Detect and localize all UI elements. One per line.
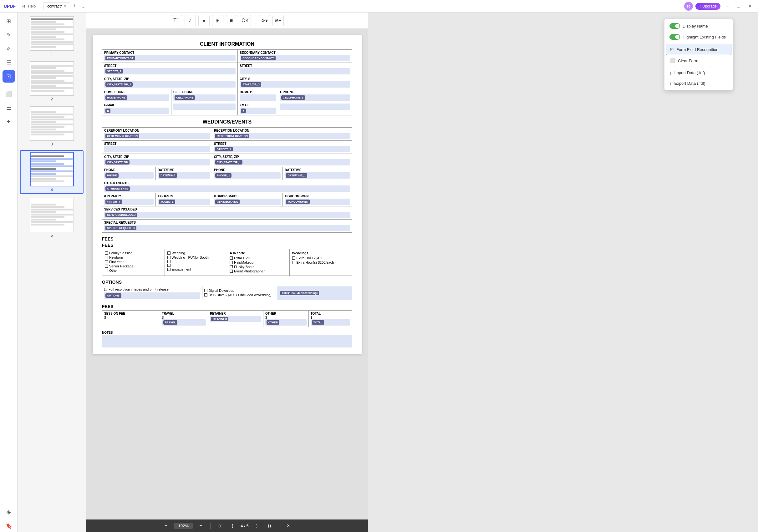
prev-page-button[interactable]: ⟨ bbox=[228, 521, 237, 530]
minimize-button[interactable]: − bbox=[723, 2, 732, 11]
sidebar-form-icon[interactable]: ⊡ bbox=[3, 70, 15, 83]
bridesmaids-field[interactable]: #BRIDESMAIDS bbox=[214, 199, 281, 205]
w-datetime-r-field[interactable]: DATE/TIME_1 bbox=[285, 172, 350, 179]
checkbox-other[interactable] bbox=[105, 269, 108, 272]
total-cell[interactable]: TOTAL $ TOTAL bbox=[308, 311, 352, 327]
checkbox-blank2[interactable] bbox=[167, 264, 170, 267]
zoom-out-button[interactable]: − bbox=[161, 521, 170, 530]
fee-extradvd[interactable]: Extra DVD bbox=[230, 256, 287, 260]
fee-newborn[interactable]: Newborn bbox=[105, 255, 162, 259]
w-street-l-field[interactable] bbox=[104, 146, 210, 152]
menu-help[interactable]: Help bbox=[28, 4, 36, 9]
maximize-button[interactable]: □ bbox=[734, 2, 743, 11]
fee-blank1[interactable] bbox=[167, 260, 224, 263]
checkbox-firstyear[interactable] bbox=[105, 260, 108, 263]
checkbox-extradvd[interactable] bbox=[230, 256, 233, 260]
w-csz-l-field[interactable]: CITY,STATE,ZIP bbox=[104, 159, 210, 165]
email-r-field[interactable]: ■ bbox=[240, 108, 276, 114]
options-price-field[interactable]: $100(1includedw/wedding) bbox=[279, 290, 350, 296]
ceremony-loc-cell[interactable]: CEREMONY LOCATION CEREMONYLOCATION bbox=[102, 128, 212, 141]
active-tab[interactable]: contract* × bbox=[43, 3, 70, 10]
sidebar-edit-icon[interactable]: ✎ bbox=[3, 29, 15, 41]
w-phone-l-field[interactable]: PHONE bbox=[104, 172, 154, 179]
cellphone-field[interactable]: CELLPHONE bbox=[173, 94, 236, 101]
checkbox-eventphoto[interactable] bbox=[230, 270, 233, 273]
tab-dropdown-button[interactable]: ⌄ bbox=[79, 2, 88, 11]
zoom-level-input[interactable] bbox=[174, 523, 193, 529]
primary-contact-cell[interactable]: PRIMARY CONTACT PRIMARYCONTACT bbox=[102, 50, 238, 63]
checkbox-wedding[interactable] bbox=[167, 251, 170, 254]
tab-close-icon[interactable]: × bbox=[64, 4, 66, 9]
zoom-in-button[interactable]: + bbox=[196, 521, 205, 530]
checkbox-funky-booth[interactable] bbox=[167, 256, 170, 259]
homep-field[interactable] bbox=[240, 94, 276, 101]
w-datetime-l-cell[interactable]: DATE/TIME DATE/TIME bbox=[155, 167, 212, 180]
radio-tool[interactable]: ● bbox=[198, 15, 210, 26]
fee-funky-booth[interactable]: Wedding - FUNky Booth bbox=[167, 255, 224, 259]
checkbox-hairma[interactable] bbox=[230, 261, 233, 264]
other-events-field[interactable]: OTHEREVENTS bbox=[104, 185, 350, 192]
w-street-r-cell[interactable]: STREET STREET_1 bbox=[212, 141, 352, 154]
fee-extrahour[interactable]: Extra Hour(s) $200/each bbox=[292, 260, 350, 264]
street2-field[interactable]: STREET_2 bbox=[104, 68, 236, 75]
homephone-cell[interactable]: HOME PHONE HOMEPHONE bbox=[102, 89, 171, 102]
thumbnail-page-1[interactable]: 1 bbox=[20, 15, 84, 57]
cellphone1-cell[interactable]: L PHONE CELLPHONE_1 bbox=[278, 89, 352, 102]
email-r-ext-field[interactable] bbox=[280, 104, 350, 110]
citystatezips-cell[interactable]: CITY, S STATE,ZIP_3 bbox=[238, 76, 352, 89]
thumbnail-page-5[interactable]: 5 bbox=[20, 196, 84, 239]
fee-firstyear[interactable]: First Year bbox=[105, 260, 162, 264]
fee-wedding[interactable]: Wedding bbox=[167, 251, 224, 255]
w-csz-r-cell[interactable]: CITY, STATE, ZIP CITY,STATE,ZIP_1 bbox=[212, 154, 352, 167]
w-datetime-l-field[interactable]: DATE/TIME bbox=[158, 172, 210, 179]
nav-close-button[interactable]: × bbox=[284, 521, 293, 530]
fee-blank2[interactable] bbox=[167, 264, 224, 267]
total-field[interactable]: TOTAL bbox=[311, 319, 350, 326]
checkbox-newborn[interactable] bbox=[105, 256, 108, 259]
more-tool[interactable]: ⊕▾ bbox=[272, 15, 284, 26]
checkbox-extradvd100[interactable] bbox=[292, 256, 295, 260]
special-requests-cell[interactable]: SPECIAL REQUESTS SPECIALREQUESTS bbox=[102, 219, 352, 233]
w-csz-r-field[interactable]: CITY,STATE,ZIP_1 bbox=[214, 159, 350, 165]
secondary-contact-cell[interactable]: SECONDARY CONTACT SECONDARYCONTACT bbox=[238, 50, 352, 63]
notes-field[interactable] bbox=[102, 335, 352, 348]
fee-hairma[interactable]: Hair/Makeup bbox=[230, 260, 287, 264]
sidebar-layers-icon[interactable]: ◈ bbox=[3, 506, 15, 518]
street2-cell[interactable]: STREET STREET_2 bbox=[102, 63, 238, 76]
new-tab-button[interactable]: + bbox=[70, 2, 79, 11]
checkbox-extrahour[interactable] bbox=[292, 261, 295, 264]
checkbox-family[interactable] bbox=[105, 251, 108, 254]
last-page-button[interactable]: ⟩⟩ bbox=[265, 521, 274, 530]
sidebar-comment-icon[interactable]: ✐ bbox=[3, 43, 15, 55]
close-button[interactable]: × bbox=[745, 2, 754, 11]
homep-cell[interactable]: HOME P bbox=[238, 89, 278, 102]
w-street-l-cell[interactable]: STREET bbox=[102, 141, 212, 154]
fee-engagement[interactable]: Engagement bbox=[167, 267, 224, 271]
sidebar-bookmark-icon[interactable]: 🔖 bbox=[3, 519, 15, 532]
list-tool[interactable]: ≡ bbox=[226, 15, 237, 26]
combo-tool[interactable]: ⊞ bbox=[212, 15, 224, 26]
travel-cell[interactable]: TRAVEL $ TRAVEL bbox=[160, 311, 208, 327]
citystatezip2-field[interactable]: CITY,STATE,ZIP_2 bbox=[104, 81, 236, 87]
email-field[interactable]: E bbox=[104, 108, 169, 114]
other-events-cell[interactable]: OTHER EVENTS OTHEREVENTS bbox=[102, 180, 352, 193]
retainer-field[interactable]: RETAINER bbox=[210, 316, 261, 322]
email-ext-field[interactable] bbox=[173, 104, 236, 110]
upgrade-button[interactable]: ↑ Upgrade bbox=[695, 3, 720, 10]
thumbnail-page-2[interactable]: 2 bbox=[20, 60, 84, 103]
services-field[interactable]: SERVICESINCLUDED bbox=[104, 212, 350, 218]
first-page-button[interactable]: ⟨⟨ bbox=[216, 521, 224, 530]
sidebar-sign-icon[interactable]: ✦ bbox=[3, 116, 15, 128]
retainer-cell[interactable]: RETAINER RETAINER bbox=[208, 311, 263, 327]
checkbox-senior[interactable] bbox=[105, 265, 108, 268]
ceremony-loc-field[interactable]: CEREMONYLOCATION bbox=[104, 133, 210, 139]
reception-loc-cell[interactable]: RECEPTION LOCATION RECEPTIONLOCATION bbox=[212, 128, 352, 141]
thumbnail-page-4[interactable]: 4 bbox=[20, 150, 84, 194]
fee-eventphoto[interactable]: Event Photographer bbox=[230, 269, 287, 273]
w-phone-r-field[interactable]: PHONE_1 bbox=[214, 172, 281, 179]
guests-cell[interactable]: # GUESTS #GUESTS bbox=[155, 193, 212, 206]
w-datetime-r-cell[interactable]: DATE/TIME DATE/TIME_1 bbox=[283, 167, 352, 180]
email-cell[interactable]: E-MAIL E bbox=[102, 102, 171, 116]
options-checkbox2[interactable] bbox=[204, 289, 207, 292]
services-cell[interactable]: SERVICES INCLUDED SERVICESINCLUDED bbox=[102, 206, 352, 219]
